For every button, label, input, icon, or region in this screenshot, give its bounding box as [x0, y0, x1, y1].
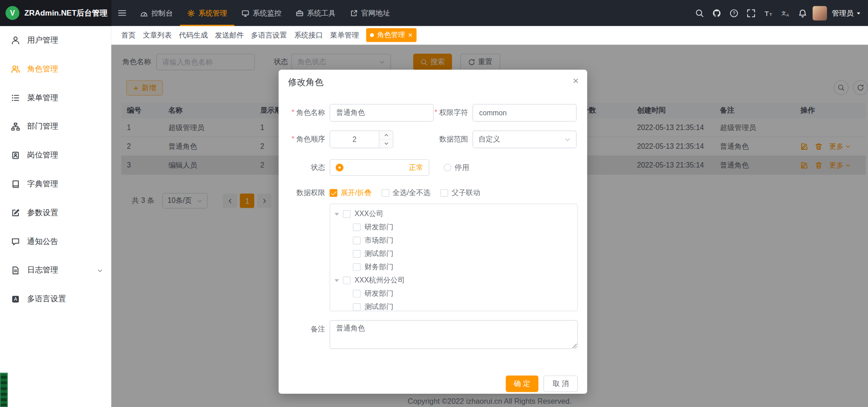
- checkbox[interactable]: [353, 223, 360, 231]
- radio-normal[interactable]: 正常: [330, 159, 430, 176]
- caret-down-icon: [856, 10, 861, 16]
- app: V ZRAdmin.NET后台管理 控制台 系统管理 系统监控 系统工具: [0, 0, 868, 407]
- sidebar-item-post-mgmt[interactable]: 岗位管理: [0, 141, 111, 170]
- svg-text:T: T: [764, 9, 769, 17]
- sidebar-item-label: 菜单管理: [27, 93, 58, 103]
- tree-node[interactable]: 测试部门: [330, 300, 577, 311]
- sidebar-item-role-mgmt[interactable]: 角色管理: [0, 55, 111, 84]
- font-size-icon[interactable]: TT: [761, 6, 775, 20]
- checkbox: [330, 189, 338, 197]
- tree-node-label[interactable]: 研发部门: [365, 222, 393, 233]
- cancel-button[interactable]: 取 消: [544, 375, 578, 392]
- checkbox[interactable]: [353, 290, 360, 298]
- perm-char-label: 权限字符: [434, 108, 473, 118]
- tree-node-label[interactable]: 测试部门: [365, 249, 393, 259]
- role-order-stepper[interactable]: 2: [330, 130, 393, 148]
- tab-menu-mgmt[interactable]: 菜单管理: [330, 30, 359, 40]
- tree-node-label[interactable]: XXX公司: [355, 209, 383, 219]
- sidebar-item-param-settings[interactable]: 参数设置: [0, 199, 111, 228]
- tab-send-email[interactable]: 发送邮件: [215, 30, 244, 40]
- select-all-checkbox[interactable]: 全选/全不选: [382, 188, 431, 198]
- tab-article-list[interactable]: 文章列表: [143, 30, 172, 40]
- nav-label: 系统管理: [198, 8, 227, 18]
- tags-view-bar: 首页 文章列表 代码生成 发送邮件 多语言设置 系统接口 菜单管理 角色管理 ×: [111, 26, 868, 45]
- form-row: 数据权限 展开/折叠 全选/全不选 父子联动: [288, 188, 578, 198]
- close-icon[interactable]: ×: [408, 32, 412, 39]
- help-icon[interactable]: ?: [727, 6, 741, 20]
- tree-node-label[interactable]: 市场部门: [365, 236, 393, 246]
- tab-code-gen[interactable]: 代码生成: [179, 30, 208, 40]
- nav-item-system-mgmt[interactable]: 系统管理: [180, 0, 235, 26]
- checkbox[interactable]: [353, 237, 360, 244]
- fullscreen-icon[interactable]: [744, 6, 758, 20]
- tree-node-label[interactable]: XXX杭州分公司: [355, 276, 405, 286]
- sidebar-item-dept-mgmt[interactable]: 部门管理: [0, 112, 111, 141]
- search-icon[interactable]: [693, 6, 707, 20]
- tree-node-label[interactable]: 研发部门: [365, 289, 393, 299]
- tree-node[interactable]: 测试部门: [330, 247, 577, 260]
- expand-collapse-checkbox[interactable]: 展开/折叠: [330, 188, 371, 198]
- tab-system-api[interactable]: 系统接口: [294, 30, 323, 40]
- chevron-down-icon: [97, 267, 103, 273]
- status-radio-group: 正常 停用: [330, 159, 577, 176]
- checkbox[interactable]: [353, 303, 360, 311]
- svg-text:T: T: [770, 11, 772, 16]
- sidebar-item-label: 用户管理: [27, 35, 58, 45]
- avatar[interactable]: [813, 6, 827, 20]
- checkbox[interactable]: [343, 277, 351, 284]
- nav-item-system-tools[interactable]: 系统工具: [289, 0, 343, 26]
- confirm-button[interactable]: 确 定: [506, 375, 539, 392]
- sidebar-item-notice[interactable]: 通知公告: [0, 227, 111, 256]
- decrement-button[interactable]: [379, 140, 393, 148]
- user-menu[interactable]: 管理员: [832, 8, 861, 18]
- tree-node[interactable]: XXX公司: [330, 207, 577, 221]
- bell-icon[interactable]: [796, 6, 810, 20]
- data-scope-select[interactable]: 自定义: [473, 130, 577, 148]
- perm-char-input[interactable]: [473, 104, 577, 122]
- remark-textarea[interactable]: [330, 320, 578, 349]
- sidebar-item-log-mgmt[interactable]: 日志管理: [0, 256, 111, 285]
- tab-role-mgmt[interactable]: 角色管理 ×: [366, 28, 416, 42]
- sidebar-item-dict-mgmt[interactable]: 字典管理: [0, 170, 111, 199]
- tree-node[interactable]: 研发部门: [330, 287, 577, 300]
- caret-down-icon[interactable]: [334, 212, 339, 215]
- close-icon[interactable]: ×: [573, 75, 579, 87]
- role-name-label: 角色名称: [288, 108, 330, 118]
- book-icon: [11, 180, 20, 189]
- data-scope-label: 数据范围: [434, 135, 473, 145]
- svg-text:?: ?: [732, 11, 735, 16]
- tab-home[interactable]: 首页: [121, 30, 136, 40]
- radio-disabled[interactable]: 停用: [444, 163, 469, 173]
- role-name-input[interactable]: [330, 104, 434, 122]
- tab-i18n-settings[interactable]: 多语言设置: [251, 30, 287, 40]
- nav-item-official-site[interactable]: 官网地址: [343, 0, 398, 26]
- language-icon[interactable]: 文A: [778, 6, 792, 20]
- tree-node[interactable]: 财务部门: [330, 260, 577, 274]
- checkbox[interactable]: [353, 250, 360, 258]
- form-row: 角色顺序 2 数据范围 自定义: [288, 130, 578, 148]
- chevron-down-icon: [564, 136, 570, 142]
- sidebar-item-menu-mgmt[interactable]: 菜单管理: [0, 83, 111, 112]
- github-icon[interactable]: [710, 6, 724, 20]
- document-icon: [11, 266, 20, 275]
- hamburger-menu-icon[interactable]: [111, 0, 133, 26]
- parent-child-link-checkbox[interactable]: 父子联动: [441, 188, 480, 198]
- nav-label: 系统监控: [252, 8, 281, 18]
- tree-node-label[interactable]: 财务部门: [365, 262, 393, 272]
- sidebar-item-label: 日志管理: [27, 266, 58, 276]
- checkbox[interactable]: [343, 210, 351, 218]
- increment-button[interactable]: [379, 131, 393, 140]
- nav-label: 系统工具: [307, 8, 336, 18]
- tree-node[interactable]: 研发部门: [330, 221, 577, 234]
- app-title: ZRAdmin.NET后台管理: [24, 8, 108, 18]
- nav-item-console[interactable]: 控制台: [133, 0, 180, 26]
- nav-item-system-monitor[interactable]: 系统监控: [235, 0, 289, 26]
- tree-options: 展开/折叠 全选/全不选 父子联动: [330, 188, 577, 198]
- sidebar-item-i18n-settings[interactable]: A 多语言设置: [0, 285, 111, 314]
- sidebar-item-user-mgmt[interactable]: 用户管理: [0, 26, 111, 55]
- tree-node-label[interactable]: 测试部门: [365, 302, 393, 312]
- checkbox[interactable]: [353, 263, 360, 271]
- caret-down-icon[interactable]: [334, 279, 339, 282]
- tree-node[interactable]: 市场部门: [330, 234, 577, 247]
- tree-node[interactable]: XXX杭州分公司: [330, 274, 577, 287]
